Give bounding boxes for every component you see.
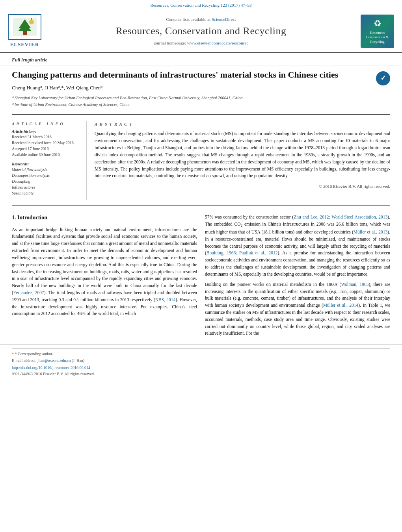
header-divider	[12, 114, 390, 115]
svg-point-4	[29, 20, 34, 24]
article-body: A R T I C L E I N F O Article history: R…	[0, 117, 402, 200]
recycling-logo-line1: Resources	[370, 31, 385, 35]
keyword-1: Material flow analysis	[12, 167, 80, 172]
corresponding-label: * Corresponding author.	[15, 352, 53, 356]
ref-boulding[interactable]: Boulding, 1966; Pauliuk et al., 2012	[207, 250, 278, 255]
abstract-title: A B S T R A C T	[95, 121, 390, 127]
available-online: Available online 30 June 2016	[12, 152, 80, 158]
recycling-logo: ♻ Resources Conservation & Recycling	[361, 15, 394, 48]
homepage-label: journal homepage:	[154, 41, 186, 45]
intro-col2-para2: Building on the pioneer works on materia…	[205, 281, 390, 337]
corresponding-author-note: * * Corresponding author.	[12, 351, 390, 357]
received2: Received in revised form 20 May 2016	[12, 140, 80, 146]
title-authors-block: Changing patterns and determinants of in…	[12, 69, 376, 109]
keywords-section: Keywords: Material flow analysis Decompo…	[12, 161, 80, 196]
article-history-section: Article history: Received 31 March 2016 …	[12, 129, 80, 158]
abstract-section: A B S T R A C T Quantifying the changing…	[95, 121, 390, 200]
intro-heading: 1. Introduction	[12, 214, 197, 223]
elsevier-logo-box	[8, 14, 41, 40]
star-symbol: *	[12, 352, 15, 356]
ref-zhu-lee[interactable]: Zhu and Lee, 2012; World Steel Associati…	[294, 215, 387, 219]
keyword-4: Infrastructures	[12, 185, 80, 190]
article-type-bar: Full length article	[0, 53, 402, 65]
article-type-label: Full length article	[12, 57, 47, 63]
issn-text: 0921-3449/© 2016 Elsevier B.V. All right…	[12, 371, 390, 377]
elsevier-svg	[11, 16, 39, 38]
email-suffix: (J. Han).	[72, 358, 86, 363]
citation-bar: Resources, Conservation and Recycling 12…	[0, 0, 402, 10]
keyword-2: Decomposition analysis	[12, 173, 80, 178]
ref-wolman[interactable]: Wolman, 1965	[341, 282, 368, 287]
keyword-5: Sustainability	[12, 191, 80, 196]
abstract-divider	[12, 205, 390, 206]
keywords-label: Keywords:	[12, 161, 80, 167]
ref-nbs[interactable]: NBS, 2014	[155, 297, 176, 302]
homepage-line: journal homepage: www.elsevier.com/locat…	[41, 40, 361, 46]
svg-rect-3	[23, 31, 27, 35]
article-history-label: Article history:	[12, 129, 80, 134]
affiliations-block: ᵃ Shanghai Key Laboratory for Urban Ecol…	[12, 95, 370, 108]
copyright-line: © 2016 Elsevier B.V. All rights reserved…	[95, 184, 390, 189]
authors-line: Cheng Huangᵃ, Ji Hanᵃ,*, Wei-Qiang Chenᵇ	[12, 84, 370, 91]
article-info-panel: A R T I C L E I N F O Article history: R…	[12, 121, 87, 200]
ref-muller-2014[interactable]: Müller et al., 2014	[323, 303, 359, 308]
abstract-text: Quantifying the changing patterns and de…	[95, 130, 390, 180]
intro-para1: As an important bridge linking human soc…	[12, 226, 197, 318]
email-note: E-mail address: jhan@re.ecnu.edu.cn (J. …	[12, 358, 390, 363]
contents-label: Contents lists available at	[166, 17, 210, 22]
homepage-url[interactable]: www.elsevier.com/locate/resconrec	[187, 41, 249, 45]
ref-muller-2013[interactable]: Müller et al., 2013	[354, 230, 387, 234]
paper-footer: * * Corresponding author. E-mail address…	[0, 344, 402, 379]
paper-header: Changing patterns and determinants of in…	[0, 65, 402, 112]
keyword-3: Decoupling	[12, 179, 80, 184]
journal-title: Resources, Conservation and Recycling	[41, 24, 361, 38]
right-column: 57% was consumed by the construction sec…	[205, 214, 390, 340]
recycling-logo-line3: Recycling	[370, 40, 385, 44]
affiliation-a: ᵃ Shanghai Key Laboratory for Urban Ecol…	[12, 95, 370, 101]
journal-center-info: Contents lists available at ScienceDirec…	[41, 17, 361, 46]
ref-fernandez[interactable]: Fernandez, 2007	[13, 290, 44, 295]
recycling-icon: ♻	[374, 18, 382, 30]
recycling-logo-line2: Conservation &	[366, 35, 389, 40]
email-label: E-mail address:	[12, 358, 36, 363]
footer-rule	[12, 348, 390, 349]
crossmark-logo[interactable]: ✓	[376, 71, 390, 85]
doi-link[interactable]: http://dx.doi.org/10.1016/j.resconrec.20…	[12, 365, 390, 371]
article-info-title: A R T I C L E I N F O	[12, 121, 80, 127]
citation-text: Resources, Conservation and Recycling 12…	[151, 3, 252, 7]
affiliation-b: ᵇ Institute of Urban Environment, Chines…	[12, 102, 370, 108]
contents-available-line: Contents lists available at ScienceDirec…	[41, 17, 361, 22]
sciencedirect-link[interactable]: ScienceDirect	[212, 17, 236, 22]
main-content: 1. Introduction As an important bridge l…	[0, 208, 402, 344]
intro-col2-para1: 57% was consumed by the construction sec…	[205, 214, 390, 278]
email-link[interactable]: jhan@re.ecnu.edu.cn	[37, 358, 71, 363]
left-column: 1. Introduction As an important bridge l…	[12, 214, 197, 340]
received1: Received 31 March 2016	[12, 134, 80, 140]
elsevier-logo: ELSEVIER	[8, 14, 41, 48]
accepted: Accepted 17 June 2016	[12, 146, 80, 152]
journal-header: ELSEVIER Contents lists available at Sci…	[0, 10, 402, 53]
paper-title: Changing patterns and determinants of in…	[12, 69, 370, 81]
two-column-layout: 1. Introduction As an important bridge l…	[12, 214, 390, 340]
elsevier-wordmark: ELSEVIER	[10, 41, 39, 48]
